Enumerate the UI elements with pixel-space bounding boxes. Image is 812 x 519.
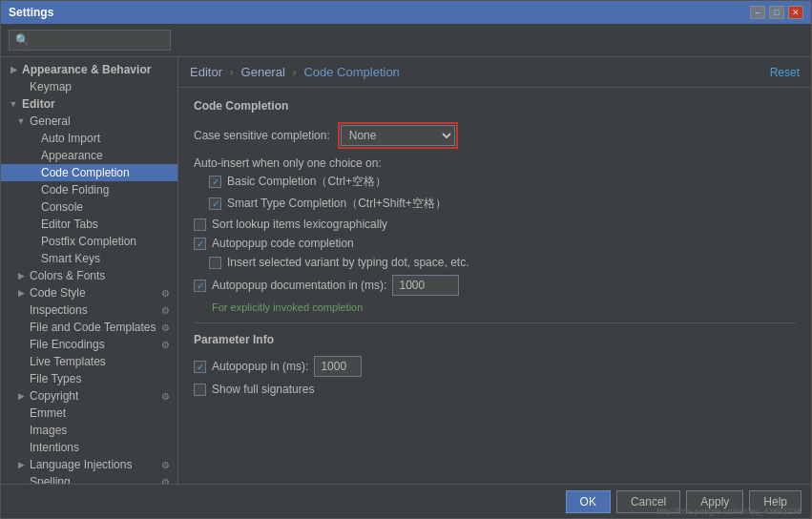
checkbox-show-full-sig-label: Show full signatures [212, 383, 314, 396]
sidebar-item-label: Inspections [30, 303, 88, 317]
expand-icon: ▶ [16, 460, 26, 469]
sidebar-item-images[interactable]: Images [1, 422, 177, 439]
checkbox-autopopup-doc-label: Autopopup documentation in (ms): [212, 279, 386, 292]
checkbox-autopopup-ms-box[interactable] [194, 361, 206, 373]
sidebar-item-label: File Types [30, 372, 81, 385]
case-sensitive-label: Case sensitive completion: [194, 129, 330, 142]
sidebar-item-postfix-completion[interactable]: Postfix Completion [1, 233, 177, 250]
close-button[interactable]: ✕ [788, 6, 803, 19]
sidebar-item-label: Appearance [41, 149, 103, 162]
section-title: Code Completion [194, 99, 796, 113]
auto-insert-row: Auto-insert when only one choice on: [194, 156, 796, 170]
sidebar-item-code-completion[interactable]: Code Completion [1, 164, 177, 181]
panel-header: Editor › General › Code Completion Reset [178, 57, 811, 88]
checkbox-autopopup-ms[interactable]: Autopopup in (ms): [194, 356, 796, 377]
sidebar-item-file-encodings[interactable]: File Encodings ⚙ [1, 336, 177, 353]
sidebar-item-label: Language Injections [30, 458, 132, 471]
sidebar-item-label: Spelling [30, 475, 71, 484]
sidebar-item-label: Editor Tabs [41, 218, 98, 231]
case-sensitive-select[interactable]: None All First letter [341, 125, 455, 146]
title-bar: Settings – □ ✕ [1, 1, 811, 24]
checkbox-autopopup-box[interactable] [194, 238, 206, 250]
checkbox-insert-selected[interactable]: Insert selected variant by typing dot, s… [194, 256, 796, 269]
auto-insert-label: Auto-insert when only one choice on: [194, 156, 382, 170]
sidebar-item-emmet[interactable]: Emmet [1, 405, 177, 422]
checkbox-autopopup[interactable]: Autopopup code completion [194, 237, 796, 250]
sidebar-item-label: Emmet [30, 406, 66, 420]
checkbox-autopopup-ms-label: Autopopup in (ms): [212, 360, 308, 373]
sidebar-item-inspections[interactable]: Inspections ⚙ [1, 301, 177, 319]
sidebar-item-appearance-behavior[interactable]: ▶ Appearance & Behavior [1, 61, 177, 78]
case-sensitive-row: Case sensitive completion: None All Firs… [194, 122, 796, 149]
expand-icon: ▼ [16, 116, 26, 126]
sidebar-item-label: Live Templates [30, 355, 106, 368]
sidebar-item-label: Copyright [30, 389, 78, 403]
breadcrumb: Editor › General › Code Completion [190, 65, 400, 79]
sidebar-item-file-types[interactable]: File Types [1, 370, 177, 387]
checkbox-basic-completion-box[interactable] [209, 176, 221, 188]
sidebar-item-label: Appearance & Behavior [22, 63, 151, 76]
sidebar-item-label: Code Folding [41, 183, 109, 197]
sidebar-item-file-code-templates[interactable]: File and Code Templates ⚙ [1, 319, 177, 336]
sidebar-item-appearance-sub[interactable]: Appearance [1, 147, 177, 164]
sidebar-item-code-folding[interactable]: Code Folding [1, 181, 177, 198]
breadcrumb-current: Code Completion [303, 65, 399, 79]
sidebar-item-label: Smart Keys [41, 252, 100, 265]
expand-icon: ▶ [16, 271, 26, 280]
checkbox-autopopup-doc-box[interactable] [194, 280, 206, 292]
autopopup-doc-input[interactable] [392, 275, 459, 296]
checkbox-sort-lookup[interactable]: Sort lookup items lexicographically [194, 218, 796, 231]
checkbox-insert-selected-box[interactable] [209, 257, 221, 269]
checkbox-show-full-sig-box[interactable] [194, 384, 206, 396]
expand-icon: ▼ [9, 99, 18, 109]
sidebar-item-spelling[interactable]: Spelling ⚙ [1, 473, 177, 484]
search-bar [1, 24, 811, 57]
expand-icon: ▶ [16, 288, 26, 298]
sidebar-item-copyright[interactable]: ▶ Copyright ⚙ [1, 387, 177, 405]
search-input[interactable] [9, 30, 171, 51]
checkbox-smart-type[interactable]: Smart Type Completion（Ctrl+Shift+空格） [194, 196, 796, 212]
window-title: Settings [9, 6, 53, 19]
sidebar-item-label: Auto Import [41, 132, 100, 145]
sidebar-item-general[interactable]: ▼ General [1, 113, 177, 130]
sidebar-item-label: File Encodings [30, 338, 105, 351]
sidebar-item-label: General [30, 114, 71, 128]
sidebar-item-label: Images [30, 424, 67, 437]
param-info-title: Parameter Info [194, 333, 796, 346]
minimize-button[interactable]: – [750, 6, 765, 19]
settings-icon: ⚙ [161, 460, 170, 470]
panel-body: Code Completion Case sensitive completio… [178, 88, 811, 484]
sidebar-item-auto-import[interactable]: Auto Import [1, 130, 177, 147]
sidebar-item-smart-keys[interactable]: Smart Keys [1, 250, 177, 267]
settings-icon: ⚙ [161, 340, 170, 350]
reset-link[interactable]: Reset [770, 66, 800, 79]
breadcrumb-general: General [241, 65, 285, 79]
ok-button[interactable]: OK [566, 490, 611, 513]
checkbox-sort-lookup-box[interactable] [194, 218, 206, 231]
sidebar-item-colors-fonts[interactable]: ▶ Colors & Fonts [1, 267, 177, 284]
settings-icon: ⚙ [161, 477, 170, 485]
sidebar-item-label: Code Completion [41, 166, 130, 179]
sidebar-item-keymap[interactable]: Keymap [1, 78, 177, 95]
window-controls: – □ ✕ [750, 6, 803, 19]
checkbox-show-full-sig[interactable]: Show full signatures [194, 383, 796, 396]
autopopup-ms-input[interactable] [314, 356, 362, 377]
checkbox-smart-type-box[interactable] [209, 197, 221, 210]
sidebar-item-editor-tabs[interactable]: Editor Tabs [1, 216, 177, 233]
sidebar-item-label: Keymap [30, 80, 72, 93]
sidebar-item-language-injections[interactable]: ▶ Language Injections ⚙ [1, 456, 177, 473]
settings-window: Settings – □ ✕ ▶ Appearance & Behavior K… [0, 0, 812, 519]
checkbox-smart-type-label: Smart Type Completion（Ctrl+Shift+空格） [227, 196, 447, 212]
checkbox-autopopup-label: Autopopup code completion [212, 237, 354, 250]
checkbox-basic-completion[interactable]: Basic Completion（Ctrl+空格） [194, 174, 796, 190]
maximize-button[interactable]: □ [769, 6, 784, 19]
checkbox-autopopup-doc[interactable]: Autopopup documentation in (ms): [194, 275, 796, 296]
sidebar-item-editor[interactable]: ▼ Editor [1, 95, 177, 113]
sidebar-item-code-style[interactable]: ▶ Code Style ⚙ [1, 284, 177, 301]
expand-icon: ▶ [9, 65, 18, 74]
sidebar-item-live-templates[interactable]: Live Templates [1, 353, 177, 370]
case-sensitive-dropdown-wrapper: None All First letter [338, 122, 458, 149]
sidebar-item-intentions[interactable]: Intentions [1, 439, 177, 456]
sidebar-item-console[interactable]: Console [1, 198, 177, 216]
settings-icon: ⚙ [161, 305, 170, 316]
